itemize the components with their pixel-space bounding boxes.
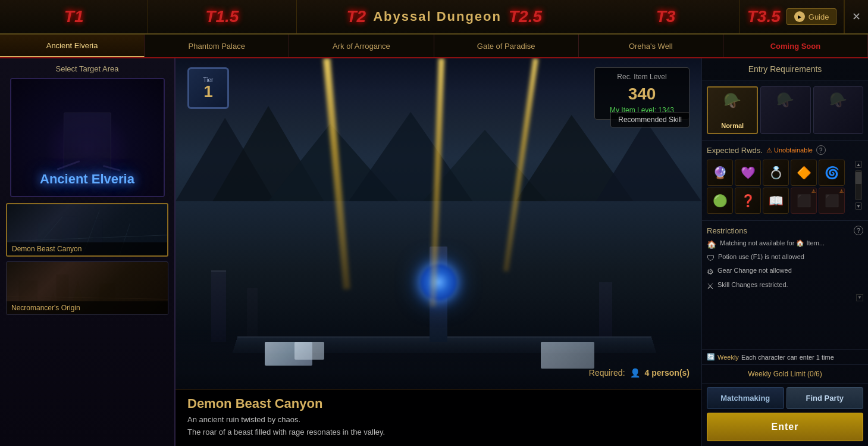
dungeon-info-bar: Demon Beast Canyon An ancient ruin twist…: [176, 389, 701, 446]
matchmaking-button[interactable]: Matchmaking: [707, 387, 784, 409]
tier-t15-label: T1.5: [205, 7, 239, 26]
scroll-down-icon[interactable]: ▼: [855, 202, 862, 210]
reward-item-5[interactable]: 🌀: [819, 160, 845, 186]
restrictions-scroll-down-icon[interactable]: ▼: [856, 294, 863, 301]
unobtainable-badge: ⚠ Unobtainable: [766, 146, 813, 154]
weekly-entry: 🔄 Weekly Each character can enter 1 time: [702, 350, 868, 365]
enter-button[interactable]: Enter: [707, 413, 863, 441]
difficulty-normal-label: Normal: [721, 122, 744, 129]
weekly-text: Each character can enter 1 time: [741, 354, 834, 361]
dungeon-name-main: Ancient Elveria: [11, 171, 164, 187]
entry-requirements-title: Entry Requirements: [702, 58, 868, 80]
svg-marker-19: [596, 121, 701, 201]
dungeon-description-line2: The roar of a beast filled with rage res…: [187, 426, 690, 439]
area-thumb-necromancers-origin[interactable]: Necromancer's Origin: [6, 261, 168, 315]
tab-phantom-palace[interactable]: Phantom Palace: [145, 35, 289, 57]
area-thumb-demon-beast-canyon[interactable]: Demon Beast Canyon: [6, 203, 168, 257]
scroll-thumb: [856, 172, 861, 184]
required-persons: Required: 👤 4 person(s): [589, 368, 690, 378]
reward-warn-9: ⚠: [811, 189, 816, 194]
difficulty-2-icon: 🪖: [776, 92, 794, 108]
rewards-help-icon[interactable]: ?: [816, 145, 826, 155]
difficulty-3[interactable]: 🪖: [813, 86, 863, 134]
rewards-container: 🔮 💜 💍 🔶 🌀: [707, 160, 863, 216]
tab-coming-soon[interactable]: Coming Soon: [723, 35, 868, 57]
reward-item-10[interactable]: ⬛ ⚠: [819, 188, 845, 214]
reward-icon-10: ⬛: [825, 194, 839, 208]
restrictions-section: Restrictions ? 🏠 Matching not available …: [702, 221, 868, 350]
reward-item-4[interactable]: 🔶: [791, 160, 817, 186]
reward-item-9[interactable]: ⬛ ⚠: [791, 188, 817, 214]
restriction-text-4: Skill Changes restricted.: [717, 280, 788, 289]
reward-icon-6: 🟢: [713, 194, 728, 208]
tab-gate-of-paradise[interactable]: Gate of Paradise: [434, 35, 579, 57]
tier-t1-label: T1: [64, 7, 84, 26]
restrictions-title: Restrictions: [707, 226, 747, 235]
tab-ancient-elveria[interactable]: Ancient Elveria: [0, 35, 145, 57]
reward-item-6[interactable]: 🟢: [707, 188, 733, 214]
tier-badge-num: 1: [203, 83, 213, 100]
dungeon-image: Tier 1 Rec. Item Level 340 My Item Level…: [176, 58, 701, 389]
rewards-row-2: 🟢 ❓ 📖 ⬛ ⚠ ⬛: [707, 188, 852, 214]
weekly-gold-limit: Weekly Gold Limit (0/6): [702, 365, 868, 383]
reward-icon-1: 🔮: [713, 166, 728, 180]
restriction-item-2: 🛡 Potion use (F1) is not allowed: [707, 252, 863, 264]
main-content: Select Target Area 💀 Ancient Elveria: [0, 58, 868, 446]
restriction-text-3: Gear Change not allowed: [717, 266, 792, 275]
close-button[interactable]: ✕: [844, 0, 868, 33]
reward-item-2[interactable]: 💜: [735, 160, 761, 186]
restrictions-scroll: ▼: [707, 294, 863, 301]
energy-ball: [421, 264, 456, 300]
restriction-item-4: ⚔ Skill Changes restricted.: [707, 280, 863, 292]
tab-orehas-well[interactable]: Oreha's Well: [579, 35, 723, 57]
restriction-item-1: 🏠 Matching not available for 🏠 Item...: [707, 239, 863, 250]
svg-line-0: [7, 235, 167, 241]
abyssal-dungeon-title: Abyssal Dungeon: [373, 9, 502, 24]
restriction-text-2: Potion use (F1) is not allowed: [718, 252, 804, 261]
restriction-item-3: ⚙ Gear Change not allowed: [707, 266, 863, 277]
required-persons-count: 4 person(s): [645, 368, 690, 378]
difficulty-3-icon: 🪖: [829, 92, 847, 108]
rewards-scroll[interactable]: ▲ ▼: [854, 160, 863, 216]
difficulty-normal[interactable]: 🪖 Normal: [707, 86, 758, 134]
tier-center: T2 Abyssal Dungeon T2.5: [297, 7, 592, 26]
reward-icon-9: ⬛: [797, 194, 811, 208]
scroll-track: [855, 170, 862, 200]
tier-t35-label: T3.5: [747, 7, 781, 26]
select-target-area-title: Select Target Area: [56, 64, 119, 73]
dungeon-tabs: Ancient Elveria Phantom Palace Ark of Ar…: [0, 35, 868, 58]
restrictions-header: Restrictions ?: [707, 226, 863, 235]
reward-item-8[interactable]: 📖: [763, 188, 789, 214]
tier-t3[interactable]: T3: [592, 0, 740, 33]
difficulty-normal-icon: 🪖: [723, 92, 741, 109]
rewards-rows: 🔮 💜 💍 🔶 🌀: [707, 160, 852, 216]
reward-item-7[interactable]: ❓: [735, 188, 761, 214]
area-thumb-label-demon-beast-canyon: Demon Beast Canyon: [7, 242, 167, 255]
tier-t2-label: T2: [346, 7, 366, 26]
play-icon: ▶: [794, 11, 805, 22]
tier-t35[interactable]: T3.5 ▶ Guide: [740, 0, 844, 33]
person-icon: 👤: [630, 368, 640, 378]
restriction-icon-2: 🛡: [707, 253, 715, 264]
tab-ark-of-arrogance[interactable]: Ark of Arrogance: [289, 35, 434, 57]
restrictions-help-icon[interactable]: ?: [854, 226, 863, 235]
scroll-up-icon[interactable]: ▲: [855, 161, 862, 168]
find-party-button[interactable]: Find Party: [786, 387, 864, 409]
rec-item-label: Rec. Item Level: [604, 73, 679, 81]
dungeon-info-title: Demon Beast Canyon: [187, 396, 690, 411]
guide-button[interactable]: ▶ Guide: [786, 8, 837, 25]
tier-t1[interactable]: T1: [0, 0, 148, 33]
right-panel: Entry Requirements 🪖 Normal 🪖 🪖 Expected…: [701, 58, 868, 446]
tier-t3-label: T3: [656, 7, 676, 26]
tier-badge: Tier 1: [187, 67, 229, 109]
area-thumbnails: Demon Beast Canyon Necromancer's Origin: [6, 203, 168, 315]
difficulty-2[interactable]: 🪖: [760, 86, 810, 134]
area-thumb-label-necromancers-origin: Necromancer's Origin: [7, 301, 168, 314]
reward-item-3[interactable]: 💍: [763, 160, 789, 186]
weekly-label: Weekly: [717, 354, 739, 361]
reward-item-1[interactable]: 🔮: [707, 160, 733, 186]
rewards-row-1: 🔮 💜 💍 🔶 🌀: [707, 160, 852, 186]
restriction-icon-3: ⚙: [707, 267, 714, 277]
tier-t15[interactable]: T1.5: [148, 0, 296, 33]
reward-icon-5: 🌀: [825, 166, 839, 180]
